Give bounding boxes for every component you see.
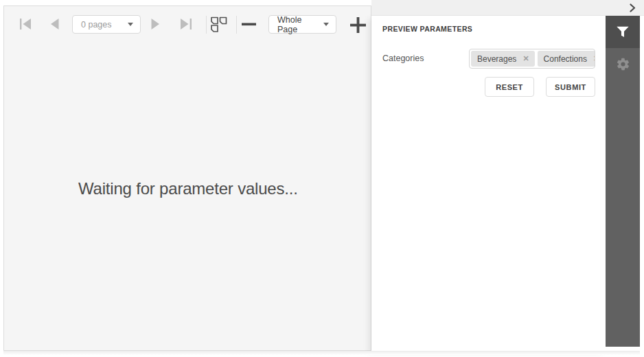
panel-title: PREVIEW PARAMETERS xyxy=(382,25,472,33)
categories-multiselect[interactable]: Beverages ✕ Confections ✕ xyxy=(469,49,595,69)
zoom-level-value: Whole Page xyxy=(277,15,318,34)
previous-page-button[interactable] xyxy=(48,17,60,31)
zoom-in-icon xyxy=(350,17,366,33)
zoom-in-button[interactable] xyxy=(350,17,366,33)
last-page-button[interactable] xyxy=(179,17,193,31)
chevron-right-icon xyxy=(630,3,636,12)
rail-item-parameters[interactable] xyxy=(606,16,640,48)
categories-label: Categories xyxy=(382,54,424,63)
previous-page-icon xyxy=(48,17,60,31)
chevron-down-icon xyxy=(323,23,329,26)
filter-icon xyxy=(615,25,630,39)
preview-parameters-panel: PREVIEW PARAMETERS Categories Beverages … xyxy=(371,16,606,351)
document-area: 0 pages xyxy=(3,5,371,351)
toolbar-separator xyxy=(206,16,207,34)
rail-item-settings[interactable] xyxy=(606,48,640,80)
multi-page-view-icon xyxy=(210,16,228,33)
gear-icon xyxy=(616,57,630,71)
multi-page-view-button[interactable] xyxy=(210,16,228,33)
bottom-shadow xyxy=(3,351,640,355)
toolbar-separator xyxy=(236,16,237,34)
tag-confections: Confections ✕ xyxy=(538,51,595,67)
remove-tag-icon[interactable]: ✕ xyxy=(593,55,595,62)
zoom-out-button[interactable] xyxy=(242,23,256,26)
chevron-down-icon xyxy=(128,23,133,26)
remove-tag-icon[interactable]: ✕ xyxy=(522,55,529,62)
waiting-message: Waiting for parameter values... xyxy=(78,179,298,198)
next-page-icon xyxy=(150,17,162,31)
first-page-button[interactable] xyxy=(19,17,33,31)
page-count-select[interactable]: 0 pages xyxy=(72,15,141,34)
side-rail xyxy=(606,16,640,347)
page-count-value: 0 pages xyxy=(81,20,111,30)
report-viewer: 0 pages xyxy=(0,0,644,357)
zoom-out-icon xyxy=(242,23,256,26)
collapse-parameters-button[interactable] xyxy=(626,2,639,14)
splitter-bar xyxy=(371,0,644,16)
tag-label: Beverages xyxy=(477,54,516,64)
last-page-icon xyxy=(179,17,193,31)
next-page-button[interactable] xyxy=(150,17,162,31)
reset-button[interactable]: RESET xyxy=(485,77,534,97)
tag-beverages: Beverages ✕ xyxy=(471,51,535,67)
submit-button[interactable]: SUBMIT xyxy=(546,77,595,97)
zoom-level-select[interactable]: Whole Page xyxy=(268,15,336,34)
first-page-icon xyxy=(19,17,33,31)
tag-label: Confections xyxy=(544,54,587,64)
